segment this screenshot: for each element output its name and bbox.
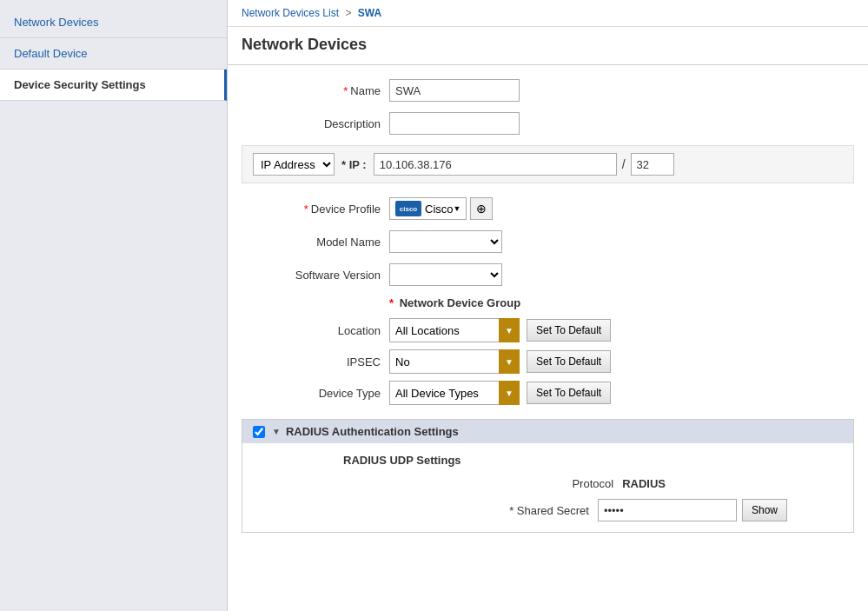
sidebar-item-network-devices[interactable]: Network Devices (0, 7, 227, 38)
location-select[interactable]: All Locations (389, 318, 520, 342)
description-input[interactable] (389, 112, 520, 135)
cisco-profile-button[interactable]: cisco Cisco ▼ (389, 197, 467, 220)
radius-collapse-icon: ▼ (272, 427, 281, 436)
breadcrumb-current: SWA (358, 7, 381, 19)
protocol-row: Protocol RADIUS (256, 477, 666, 490)
device-type-label: Device Type (242, 387, 381, 400)
location-set-default-button[interactable]: Set To Default (527, 319, 611, 342)
ndg-required-star: * (389, 296, 394, 309)
slash: / (622, 157, 626, 171)
description-row: Description (242, 112, 854, 135)
device-profile-row: *Device Profile cisco Cisco ▼ ⊕ (242, 197, 854, 220)
location-row: Location All Locations ▼ Set To Default (242, 318, 854, 342)
form-area: *Name Description IP Address * IP : / (228, 65, 868, 547)
cisco-dropdown-arrow: ▼ (454, 204, 461, 213)
software-version-select[interactable] (389, 263, 502, 286)
name-label: *Name (242, 84, 381, 97)
radius-udp-title: RADIUS UDP Settings (343, 454, 839, 467)
show-button[interactable]: Show (742, 499, 787, 521)
description-label: Description (242, 117, 381, 130)
ndg-section-label: * Network Device Group (389, 296, 854, 309)
sidebar-item-default-device[interactable]: Default Device (0, 38, 227, 70)
device-profile-required-star: * (304, 203, 308, 216)
shared-secret-input[interactable] (598, 499, 737, 521)
page-title: Network Devices (228, 27, 868, 65)
breadcrumb-list-link[interactable]: Network Devices List (242, 7, 339, 19)
ipsec-row: IPSEC No ▼ Set To Default (242, 349, 854, 374)
shared-secret-row: * Shared Secret Show (256, 499, 787, 521)
location-select-wrapper: All Locations ▼ (389, 318, 520, 342)
radius-section-label: RADIUS Authentication Settings (286, 425, 459, 438)
sidebar: Network Devices Default Device Device Se… (0, 0, 228, 611)
radius-checkbox[interactable] (253, 426, 265, 438)
model-name-row: Model Name (242, 230, 854, 253)
device-profile-label: *Device Profile (242, 203, 381, 216)
device-type-select[interactable]: All Device Types (389, 381, 520, 405)
cidr-input[interactable] (631, 153, 674, 176)
software-version-row: Software Version (242, 263, 854, 286)
radius-body: RADIUS UDP Settings Protocol RADIUS * Sh… (242, 443, 853, 532)
radius-section: ▼ RADIUS Authentication Settings RADIUS … (242, 419, 854, 533)
device-type-set-default-button[interactable]: Set To Default (527, 382, 611, 404)
breadcrumb-separator: > (345, 7, 351, 19)
breadcrumb: Network Devices List > SWA (228, 0, 868, 27)
main-content: Network Devices List > SWA Network Devic… (228, 0, 868, 611)
name-required-star: * (343, 84, 348, 97)
protocol-value: RADIUS (622, 477, 666, 490)
ip-label: * IP : (341, 158, 367, 171)
ipsec-select-wrapper: No ▼ (389, 349, 520, 374)
cisco-logo: cisco (395, 201, 421, 216)
device-type-select-wrapper: All Device Types ▼ (389, 381, 520, 405)
globe-button[interactable]: ⊕ (470, 197, 493, 220)
software-version-label: Software Version (242, 269, 381, 282)
ipsec-label: IPSEC (242, 355, 381, 369)
name-input[interactable] (389, 79, 520, 102)
cisco-label: Cisco (425, 203, 454, 216)
device-type-row: Device Type All Device Types ▼ Set To De… (242, 381, 854, 405)
shared-secret-label: * Shared Secret (509, 504, 589, 517)
ipsec-set-default-button[interactable]: Set To Default (527, 350, 611, 373)
location-label: Location (242, 324, 381, 337)
name-row: *Name (242, 79, 854, 102)
ipsec-select[interactable]: No (389, 349, 520, 374)
ip-input[interactable] (374, 153, 617, 176)
radius-header: ▼ RADIUS Authentication Settings (242, 420, 853, 443)
ip-type-select[interactable]: IP Address (253, 153, 335, 176)
model-name-label: Model Name (242, 236, 381, 249)
sidebar-item-device-security-settings[interactable]: Device Security Settings (0, 70, 227, 101)
protocol-label: Protocol (572, 477, 613, 490)
ip-row: IP Address * IP : / (242, 145, 854, 183)
model-name-select[interactable] (389, 230, 502, 253)
